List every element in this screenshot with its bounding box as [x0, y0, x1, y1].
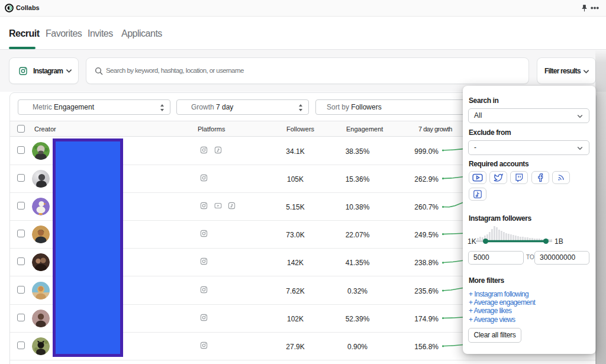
svg-text:1K: 1K [468, 237, 476, 244]
svg-text:1B: 1B [555, 237, 563, 244]
